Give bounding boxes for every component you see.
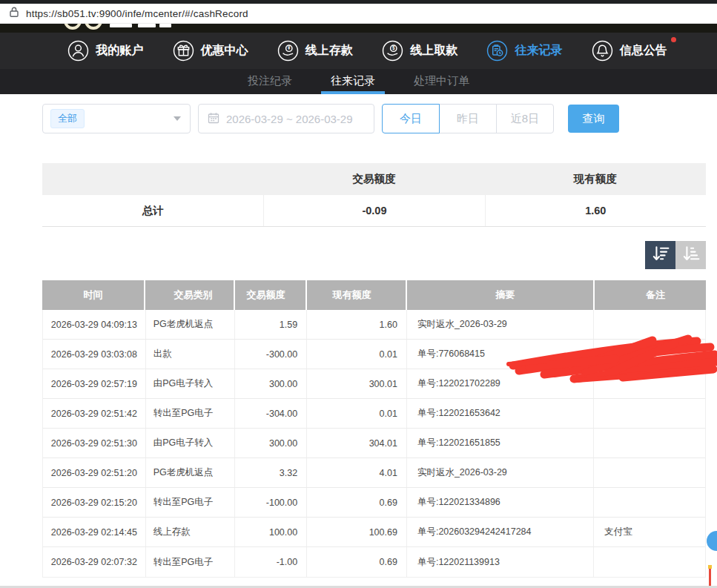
main-navigation: 我的账户 优惠中心 ¥ 线上存款 $ bbox=[0, 33, 717, 69]
col-header-balance: 现有额度 bbox=[307, 280, 407, 310]
cell-summary: 单号:122021334896 bbox=[407, 488, 594, 517]
calendar-icon bbox=[208, 112, 219, 126]
cell-summary: 实时返水_2026-03-29 bbox=[407, 458, 594, 487]
transactions-table: 时间 交易类别 交易额度 现有额度 摘要 备注 2026-03-29 04:09… bbox=[42, 280, 706, 578]
cell-summary: 实时返水_2026-03-29 bbox=[407, 310, 594, 339]
nav-item-promotions[interactable]: 优惠中心 bbox=[173, 40, 248, 62]
svg-text:¥: ¥ bbox=[288, 45, 291, 50]
nav-item-label: 往来记录 bbox=[515, 43, 562, 59]
cell-summary: 单号:122021651855 bbox=[407, 429, 594, 457]
cell-time: 2026-03-29 02:15:20 bbox=[43, 488, 146, 517]
cell-amount: -100.00 bbox=[235, 488, 307, 517]
table-row[interactable]: 2026-03-29 02:51:30 由PG电子转入 300.00 304.0… bbox=[43, 429, 705, 458]
nav-item-my-account[interactable]: 我的账户 bbox=[67, 40, 143, 62]
cell-time: 2026-03-29 04:09:13 bbox=[43, 310, 146, 339]
sort-desc-icon bbox=[651, 245, 670, 265]
cell-type: 出款 bbox=[146, 340, 236, 369]
col-header-amount: 交易额度 bbox=[235, 280, 307, 310]
logo-glyph bbox=[110, 24, 132, 27]
summary-header-row: 交易额度 现有额度 bbox=[42, 163, 706, 195]
table-row[interactable]: 2026-03-29 02:51:20 PG老虎机返点 3.32 4.01 实时… bbox=[43, 458, 705, 488]
cell-time: 2026-03-29 02:57:19 bbox=[43, 369, 146, 398]
cell-time: 2026-03-29 02:14:45 bbox=[43, 518, 146, 546]
date-range-picker[interactable]: 2026-03-29 ~ 2026-03-29 bbox=[198, 104, 374, 133]
col-header-type: 交易类别 bbox=[145, 280, 235, 310]
col-header-note: 备注 bbox=[595, 280, 706, 310]
cell-time: 2026-03-29 03:03:08 bbox=[43, 340, 146, 369]
cell-amount: 1.59 bbox=[235, 310, 307, 339]
cell-type: PG老虎机返点 bbox=[146, 310, 236, 339]
summary-trade-amount-value: -0.09 bbox=[263, 195, 484, 226]
today-button[interactable]: 今日 bbox=[382, 104, 440, 133]
summary-total-row: 总计 -0.09 1.60 bbox=[42, 195, 706, 227]
tab-bet-records[interactable]: 投注纪录 bbox=[238, 69, 302, 94]
table-row[interactable]: 2026-03-29 03:03:08 出款 -300.00 0.01 单号:7… bbox=[43, 340, 705, 369]
cell-summary: 单号:776068415 bbox=[407, 340, 594, 369]
cell-amount: 3.32 bbox=[235, 458, 307, 487]
sub-navigation: 投注纪录 往来记录 处理中订单 bbox=[0, 69, 717, 94]
floating-service-button[interactable] bbox=[707, 531, 717, 551]
bell-icon bbox=[592, 40, 613, 62]
last-8-days-button[interactable]: 近8日 bbox=[496, 104, 554, 133]
cell-amount: -300.00 bbox=[235, 340, 307, 369]
table-row[interactable]: 2026-03-29 02:07:32 转出至PG电子 -1.00 0.69 单… bbox=[43, 547, 705, 577]
cell-balance: 0.01 bbox=[307, 340, 407, 369]
sort-ascending-button[interactable] bbox=[675, 241, 706, 269]
cell-type: PG老虎机返点 bbox=[146, 458, 236, 487]
type-dropdown-value: 全部 bbox=[50, 109, 85, 128]
cell-balance: 0.69 bbox=[307, 488, 407, 517]
notification-badge bbox=[671, 37, 676, 42]
table-header-row: 时间 交易类别 交易额度 现有额度 摘要 备注 bbox=[42, 280, 706, 310]
chevron-down-icon bbox=[174, 116, 181, 121]
cell-note bbox=[594, 310, 705, 339]
tab-pending-orders[interactable]: 处理中订单 bbox=[404, 69, 479, 94]
cell-balance: 100.69 bbox=[307, 518, 407, 546]
cell-note bbox=[594, 458, 705, 487]
logo-glyph bbox=[85, 24, 102, 30]
cell-amount: 300.00 bbox=[235, 369, 307, 398]
site-logo-partial bbox=[0, 24, 717, 33]
sort-controls bbox=[645, 241, 706, 269]
table-row[interactable]: 2026-03-29 04:09:13 PG老虎机返点 1.59 1.60 实时… bbox=[43, 310, 705, 340]
browser-url-bar[interactable]: https://sb051.tv:9900/infe/mcenter/#/cas… bbox=[0, 4, 717, 24]
nav-item-transaction-records[interactable]: 往来记录 bbox=[486, 40, 562, 62]
cell-time: 2026-03-29 02:51:20 bbox=[43, 458, 146, 487]
nav-item-online-withdrawal[interactable]: $ 线上取款 bbox=[382, 40, 457, 62]
type-dropdown[interactable]: 全部 bbox=[42, 104, 191, 133]
cell-amount: -304.00 bbox=[235, 399, 307, 428]
nav-item-label: 我的账户 bbox=[96, 43, 143, 59]
cell-note bbox=[594, 399, 705, 428]
cell-time: 2026-03-29 02:51:30 bbox=[43, 429, 146, 457]
cell-summary: 单号:202603294242417284 bbox=[407, 518, 594, 546]
lock-icon bbox=[9, 6, 19, 21]
search-button[interactable]: 查询 bbox=[568, 105, 619, 133]
nav-item-label: 信息公告 bbox=[620, 43, 667, 59]
url-text[interactable]: https://sb051.tv:9900/infe/mcenter/#/cas… bbox=[26, 8, 248, 19]
summary-table: 交易额度 现有额度 总计 -0.09 1.60 bbox=[42, 163, 706, 227]
nav-item-announcements[interactable]: 信息公告 bbox=[592, 40, 667, 62]
table-row[interactable]: 2026-03-29 02:57:19 由PG电子转入 300.00 300.0… bbox=[43, 369, 705, 399]
cell-type: 线上存款 bbox=[146, 518, 236, 546]
date-range-value: 2026-03-29 ~ 2026-03-29 bbox=[226, 113, 353, 125]
sort-descending-button[interactable] bbox=[645, 241, 675, 269]
cell-time: 2026-03-29 02:51:42 bbox=[43, 399, 146, 428]
logo-glyph bbox=[138, 24, 156, 27]
nav-item-label: 线上取款 bbox=[410, 43, 457, 59]
nav-item-label: 线上存款 bbox=[305, 43, 353, 59]
summary-header-current-amount: 现有额度 bbox=[485, 172, 706, 186]
table-row[interactable]: 2026-03-29 02:14:45 线上存款 100.00 100.69 单… bbox=[43, 518, 705, 547]
cell-summary: 单号:122021653642 bbox=[407, 399, 594, 428]
records-icon bbox=[486, 40, 508, 62]
sort-asc-icon bbox=[681, 245, 701, 265]
cell-note: 支付宝 bbox=[594, 518, 705, 546]
withdraw-icon: $ bbox=[382, 40, 403, 62]
table-row[interactable]: 2026-03-29 02:15:20 转出至PG电子 -100.00 0.69… bbox=[43, 488, 705, 518]
cell-summary: 单号:122021139913 bbox=[407, 547, 594, 577]
table-body: 2026-03-29 04:09:13 PG老虎机返点 1.59 1.60 实时… bbox=[42, 310, 706, 578]
tab-transaction-records[interactable]: 往来记录 bbox=[321, 69, 385, 94]
svg-text:$: $ bbox=[392, 45, 395, 51]
nav-item-online-deposit[interactable]: ¥ 线上存款 bbox=[277, 40, 353, 62]
yesterday-button[interactable]: 昨日 bbox=[439, 104, 497, 133]
cell-amount: -1.00 bbox=[235, 547, 307, 577]
table-row[interactable]: 2026-03-29 02:51:42 转出至PG电子 -304.00 0.01… bbox=[43, 399, 705, 429]
